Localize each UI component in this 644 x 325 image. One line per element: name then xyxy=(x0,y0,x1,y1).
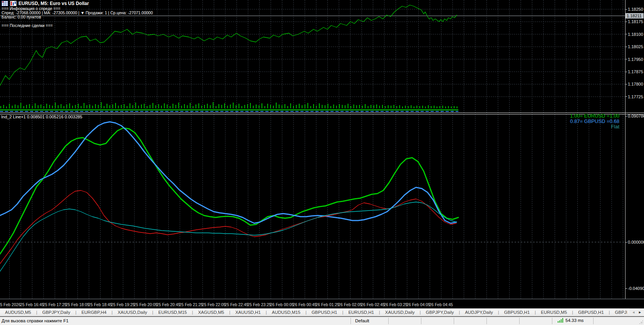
tab-gbpusd-h1[interactable]: GBPUSD,H1 xyxy=(499,310,535,315)
volume-bar xyxy=(342,105,343,108)
time-label: 25 Feb 18:05 xyxy=(65,302,89,307)
price-tick-mark xyxy=(626,34,627,34)
tab-eurusd-m5[interactable]: EURUSD,M5 xyxy=(536,310,572,315)
volume-bar xyxy=(155,105,156,108)
status-profile[interactable]: Default xyxy=(355,318,369,323)
chart-title: EURUSD, M5: Euro vs US Dollar xyxy=(18,1,89,6)
time-label: 25 Feb 16:45 xyxy=(20,302,44,307)
volume-bar xyxy=(247,104,248,108)
tab-gbpusd-h1[interactable]: GBPUSD,H1 xyxy=(573,310,609,315)
volume-bar xyxy=(425,106,426,108)
price-scale[interactable]: 1.18211 1.182501.181751.181001.180251.17… xyxy=(626,0,644,299)
volume-bar xyxy=(362,106,363,108)
volume-bar xyxy=(118,106,119,108)
volume-bar xyxy=(253,106,254,108)
volume-bar xyxy=(201,106,202,108)
status-cell-divider xyxy=(519,318,520,324)
volume-bar xyxy=(153,103,153,108)
tab-xauusd-daily[interactable]: XAUUSD,Daily xyxy=(112,310,152,315)
volume-bar xyxy=(87,105,87,108)
tab-xagusd-m5[interactable]: XAGUSD,M5 xyxy=(193,310,229,315)
volume-bar xyxy=(12,106,13,108)
tab-scroll-left-icon[interactable]: ◄ xyxy=(632,310,635,314)
series-teal-line xyxy=(0,202,456,271)
volume-bar xyxy=(224,103,225,108)
volume-bar xyxy=(164,103,165,108)
tab-eurusd-m15[interactable]: EURUSD,M15 xyxy=(153,310,192,315)
tab-gbpjpy-daily[interactable]: GBPJPY,Daily xyxy=(37,310,75,315)
bar-chart-icon[interactable] xyxy=(10,1,17,6)
volume-bar xyxy=(313,104,314,108)
volume-bar xyxy=(98,105,99,108)
volume-bar xyxy=(44,106,44,108)
volume-bar xyxy=(46,104,47,108)
volume-bar xyxy=(345,105,345,108)
volume-bar xyxy=(218,104,219,108)
volume-bar xyxy=(451,106,452,108)
grid-chart-icon[interactable] xyxy=(2,1,8,6)
volume-bar xyxy=(356,105,357,108)
volume-bar xyxy=(147,106,148,108)
tab-audusd-m5[interactable]: AUDUSD,M5 xyxy=(0,310,36,315)
tab-audjpy-daily[interactable]: AUDJPY,Daily xyxy=(460,310,498,315)
volume-bar xyxy=(399,105,400,108)
volume-bar xyxy=(187,105,188,108)
volume-bar xyxy=(178,103,179,108)
volume-bar xyxy=(190,103,191,108)
tab-xauusd-daily[interactable]: XAUUSD,Daily xyxy=(380,310,420,315)
legend-entry: 1.00= EURUSD =1.00 xyxy=(570,113,619,119)
time-label: 25 Feb 21:25 xyxy=(179,302,203,307)
volume-bar xyxy=(348,104,349,108)
volume-bar xyxy=(353,104,354,108)
volume-bar xyxy=(236,105,236,108)
volume-bar xyxy=(175,105,176,108)
volume-bar xyxy=(0,106,1,108)
tab-gbpusd-h1[interactable]: GBPUSD,H1 xyxy=(307,310,342,315)
tab-scroll-right-icon[interactable]: ► xyxy=(638,310,642,314)
time-axis[interactable]: 25 Feb 202625 Feb 16:4525 Feb 17:2525 Fe… xyxy=(0,299,644,308)
time-label: 25 Feb 2026 xyxy=(0,302,20,307)
volume-bar xyxy=(256,104,257,108)
price-tick-mark xyxy=(626,84,627,84)
volume-bar xyxy=(221,105,222,108)
volume-bar xyxy=(173,104,173,108)
volume-bar xyxy=(439,106,440,108)
volume-bar xyxy=(376,104,377,108)
tab-audusd-m15[interactable]: AUDUSD,M15 xyxy=(267,310,305,315)
volume-bar xyxy=(416,106,417,108)
volume-bar xyxy=(302,105,302,108)
volume-bar xyxy=(325,105,325,108)
status-bar: Для вызова справки нажмите F1 Default 54… xyxy=(0,317,644,325)
volume-bar xyxy=(89,104,90,108)
volume-bar xyxy=(436,106,437,108)
tab-gbpjpy-daily[interactable]: GBPJPY,Daily xyxy=(421,310,459,315)
tab-xauusd-h1[interactable]: XAUUSD,H1 xyxy=(230,310,266,315)
tab-gbpjpy-m30[interactable]: GBPJPY,M30 xyxy=(610,310,627,315)
volume-bar xyxy=(287,106,288,108)
volume-bar xyxy=(293,106,294,108)
time-label: 25 Feb 22:05 xyxy=(202,302,226,307)
volume-bar xyxy=(216,106,216,108)
indicator-window[interactable] xyxy=(0,115,625,299)
volume-bar xyxy=(322,105,322,108)
volume-bar xyxy=(371,105,371,108)
price-chart-window[interactable] xyxy=(0,0,625,113)
volume-bar xyxy=(270,105,271,108)
volume-bar xyxy=(121,105,122,108)
price-tick-mark xyxy=(626,72,627,72)
volume-bar xyxy=(290,103,291,108)
volume-bar xyxy=(374,105,374,108)
series-eurusd-corr xyxy=(0,128,458,254)
volume-bar xyxy=(52,106,53,108)
volume-bar xyxy=(238,104,239,108)
tab-eurgbp-h4[interactable]: EURGBP,H4 xyxy=(76,310,111,315)
volume-bar xyxy=(230,104,231,108)
volume-bar xyxy=(368,106,369,108)
volume-bar xyxy=(454,106,454,108)
volume-bar xyxy=(405,106,406,108)
tab-eurusd-h1[interactable]: EURUSD,H1 xyxy=(343,310,379,315)
volume-bar xyxy=(20,103,21,108)
time-label: 26 Feb 04:05 xyxy=(406,302,430,307)
resize-grip[interactable] xyxy=(639,320,643,324)
chart-area[interactable]: 1.18211 1.182501.181751.181001.180251.17… xyxy=(0,0,644,299)
